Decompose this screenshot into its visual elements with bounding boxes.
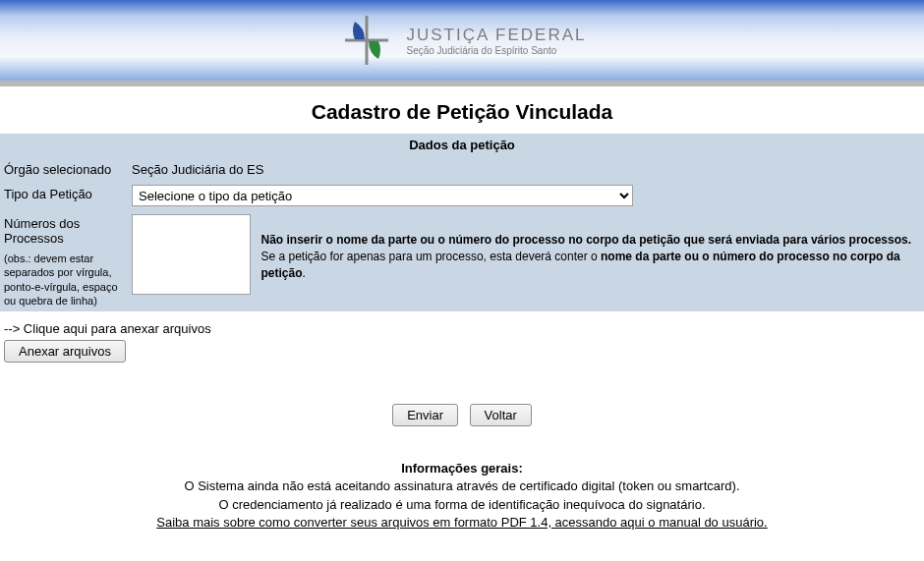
attach-area: --> Clique aqui para anexar arquivos Ane… <box>0 311 924 368</box>
warn-end: . <box>302 266 305 280</box>
justice-logo-icon <box>337 14 396 68</box>
info-heading: Informações gerais: <box>0 460 924 477</box>
processos-warning: Não inserir o nome da parte ou o número … <box>260 214 920 281</box>
logo-subtitle: Seção Judiciária do Espírito Santo <box>406 45 586 56</box>
info-block: Informações gerais: O Sistema ainda não … <box>0 436 924 541</box>
section-header: Dados da petição <box>0 134 924 156</box>
tipo-label: Tipo da Petição <box>4 185 132 201</box>
attach-hint: --> Clique aqui para anexar arquivos <box>4 321 920 336</box>
numeros-processos-textarea[interactable] <box>132 214 251 295</box>
logo-title: JUSTIÇA FEDERAL <box>406 26 586 45</box>
voltar-button[interactable]: Voltar <box>470 404 532 426</box>
info-line-1: O Sistema ainda não está aceitando assin… <box>0 477 924 495</box>
processos-label: Números dos Processos <box>4 216 80 246</box>
info-manual-link[interactable]: Saiba mais sobre como converter seus arq… <box>156 515 767 530</box>
info-line-2: O credenciamento já realizado é uma form… <box>0 496 924 514</box>
warn-mid: Se a petição for apenas para um processo… <box>260 250 601 263</box>
enviar-button[interactable]: Enviar <box>392 404 458 426</box>
form-panel: Dados da petição Órgão selecionado Seção… <box>0 134 924 311</box>
orgao-label: Órgão selecionado <box>4 160 132 177</box>
logo: JUSTIÇA FEDERAL Seção Judiciária do Espí… <box>337 14 586 68</box>
orgao-value: Seção Judiciária do ES <box>132 160 263 177</box>
header-banner: JUSTIÇA FEDERAL Seção Judiciária do Espí… <box>0 0 924 81</box>
tipo-peticao-select[interactable]: Selecione o tipo da petição <box>132 185 633 206</box>
action-row: Enviar Voltar <box>0 368 924 436</box>
processos-note: (obs.: devem estar separados por vírgula… <box>4 252 132 308</box>
warn-bold-1: Não inserir o nome da parte ou o número … <box>260 233 911 247</box>
page-title: Cadastro de Petição Vinculada <box>0 86 924 134</box>
anexar-arquivos-button[interactable]: Anexar arquivos <box>4 340 126 363</box>
